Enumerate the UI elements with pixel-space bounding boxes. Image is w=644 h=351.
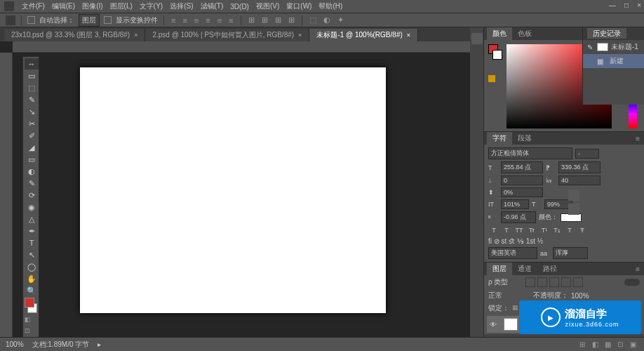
- align-icon[interactable]: ≡: [181, 16, 188, 25]
- menu-layer[interactable]: 图层(L): [107, 1, 136, 11]
- swatches-tab[interactable]: 色板: [512, 27, 537, 40]
- timeline-icon[interactable]: ⊡: [617, 340, 626, 349]
- menu-view[interactable]: 视图(V): [253, 1, 283, 11]
- panel-icon[interactable]: [471, 33, 483, 44]
- timeline-icon[interactable]: ▣: [630, 340, 638, 349]
- filter-adjust-icon[interactable]: [537, 277, 547, 287]
- close-tab-icon[interactable]: ×: [298, 32, 302, 39]
- filter-type-icon[interactable]: [549, 277, 559, 287]
- channels-tab[interactable]: 通道: [512, 263, 537, 275]
- 3d-mode-icon[interactable]: ◐: [322, 15, 332, 25]
- menu-edit[interactable]: 编辑(E): [48, 1, 79, 11]
- eyedropper-tool[interactable]: ✂: [25, 118, 39, 129]
- panel-menu-icon[interactable]: ≡: [631, 265, 644, 273]
- distribute-icon[interactable]: ⊞: [260, 15, 269, 25]
- shape-tool[interactable]: ◯: [25, 261, 39, 272]
- brush-tool[interactable]: ◢: [25, 142, 39, 153]
- quickmask-toggle[interactable]: ◧: [25, 316, 37, 324]
- filter-smart-icon[interactable]: [573, 277, 583, 287]
- menu-help[interactable]: 帮助(H): [315, 1, 346, 11]
- menu-image[interactable]: 图像(I): [79, 1, 106, 11]
- font-family-select[interactable]: 方正粗倩简体: [488, 147, 572, 159]
- align-icon[interactable]: ≡: [170, 16, 177, 25]
- font-style-select[interactable]: -: [575, 149, 599, 159]
- leading-input[interactable]: 339.36 点: [558, 161, 601, 173]
- distribute-icon[interactable]: ⊞: [247, 15, 256, 25]
- smallcaps-button[interactable]: Tr: [526, 225, 537, 235]
- opentype-icons[interactable]: fi ⊘ st ﬆ ⅓ 1st ½: [488, 237, 543, 245]
- antialias-select[interactable]: 浑厚: [553, 247, 588, 259]
- font-size-input[interactable]: 255.84 点: [501, 161, 543, 173]
- history-state[interactable]: ▦新建: [583, 54, 644, 68]
- menu-file[interactable]: 文件(F): [18, 1, 48, 11]
- collapsed-panel-icon[interactable]: [568, 204, 579, 215]
- document-tab-active[interactable]: 未标题-1 @ 100%(RGB/8#)×: [309, 29, 418, 41]
- screenmode-toggle[interactable]: ⊡: [25, 327, 37, 336]
- ruler-vertical[interactable]: [0, 53, 13, 337]
- layer-thumbnail[interactable]: [504, 318, 518, 331]
- visibility-toggle-icon[interactable]: 👁: [490, 321, 499, 329]
- stamp-tool[interactable]: ▭: [25, 154, 39, 165]
- kerning-input[interactable]: 0: [501, 176, 543, 185]
- zoom-tool[interactable]: 🔍: [25, 285, 39, 296]
- showtransform-checkbox[interactable]: [104, 16, 112, 24]
- close-tab-icon[interactable]: ×: [407, 32, 410, 39]
- distribute-icon[interactable]: ⊞: [274, 15, 283, 25]
- heal-tool[interactable]: ✐: [25, 130, 39, 141]
- language-select[interactable]: 美国英语: [488, 247, 537, 259]
- document-tab[interactable]: 23x10.psd @ 33.3% (图层 3, RGB/8#)×: [4, 29, 145, 41]
- color-swatches[interactable]: [25, 298, 37, 313]
- marquee-tool[interactable]: ▭: [25, 70, 39, 81]
- distribute-icon[interactable]: ⊞: [287, 15, 296, 25]
- paragraph-tab[interactable]: 段落: [512, 132, 537, 145]
- menu-select[interactable]: 选择(S): [166, 1, 196, 11]
- history-snapshot[interactable]: ✎未标题-1: [583, 40, 644, 54]
- zoom-level[interactable]: 100%: [6, 340, 24, 348]
- 3d-mode-icon[interactable]: ✦: [336, 15, 345, 25]
- close-tab-icon[interactable]: ×: [134, 32, 137, 39]
- bg-swatch[interactable]: [492, 50, 502, 60]
- panel-menu-icon[interactable]: ≡: [631, 135, 644, 143]
- blend-mode-select[interactable]: 正常: [488, 291, 530, 300]
- tracking-input[interactable]: 40: [558, 176, 601, 185]
- canvas[interactable]: [80, 67, 386, 313]
- fg-color-swatch[interactable]: [25, 298, 34, 307]
- filter-pixel-icon[interactable]: [525, 277, 535, 287]
- align-icon[interactable]: ≡: [193, 16, 200, 25]
- timeline-icon[interactable]: ⊞: [579, 340, 588, 349]
- baseline-input[interactable]: -0.96 点: [501, 211, 536, 223]
- ruler-horizontal[interactable]: [13, 41, 470, 53]
- pen-tool[interactable]: ✒: [25, 225, 39, 237]
- history-brush-tool[interactable]: ◐: [25, 166, 39, 177]
- layers-tab[interactable]: 图层: [487, 263, 512, 275]
- gamut-warning-icon[interactable]: [488, 75, 495, 82]
- menu-type[interactable]: 文字(Y): [136, 1, 166, 11]
- gradient-tool[interactable]: ⟳: [25, 190, 39, 201]
- character-tab[interactable]: 字符: [487, 132, 512, 145]
- dodge-tool[interactable]: △: [25, 213, 39, 225]
- super-button[interactable]: T¹: [539, 225, 550, 235]
- paths-tab[interactable]: 路径: [537, 263, 563, 275]
- filter-type-select[interactable]: ρ 类型: [488, 277, 523, 287]
- minimize-button[interactable]: —: [609, 1, 616, 9]
- sub-button[interactable]: T₁: [551, 225, 563, 235]
- menu-3d[interactable]: 3D(D): [227, 3, 253, 11]
- color-tab[interactable]: 颜色: [487, 27, 512, 40]
- caps-button[interactable]: TT: [514, 225, 525, 235]
- lasso-tool[interactable]: ⬚: [25, 82, 39, 93]
- type-tool[interactable]: T: [25, 237, 39, 249]
- bold-button[interactable]: T: [488, 225, 499, 235]
- menu-window[interactable]: 窗口(W): [283, 1, 315, 11]
- autoselect-checkbox[interactable]: [27, 16, 35, 24]
- menu-filter[interactable]: 滤镜(T): [197, 1, 227, 11]
- align-icon[interactable]: ≡: [204, 16, 211, 25]
- hand-tool[interactable]: ✋: [25, 273, 39, 284]
- filter-toggle[interactable]: [624, 279, 640, 286]
- wand-tool[interactable]: ✎: [25, 94, 39, 105]
- vscale-input[interactable]: 101%: [501, 199, 529, 209]
- collapsed-panel-icon[interactable]: [568, 190, 579, 201]
- maximize-button[interactable]: □: [624, 1, 629, 9]
- close-button[interactable]: ×: [637, 1, 641, 9]
- align-icon[interactable]: ≡: [227, 16, 234, 25]
- timeline-icon[interactable]: ▦: [605, 340, 613, 349]
